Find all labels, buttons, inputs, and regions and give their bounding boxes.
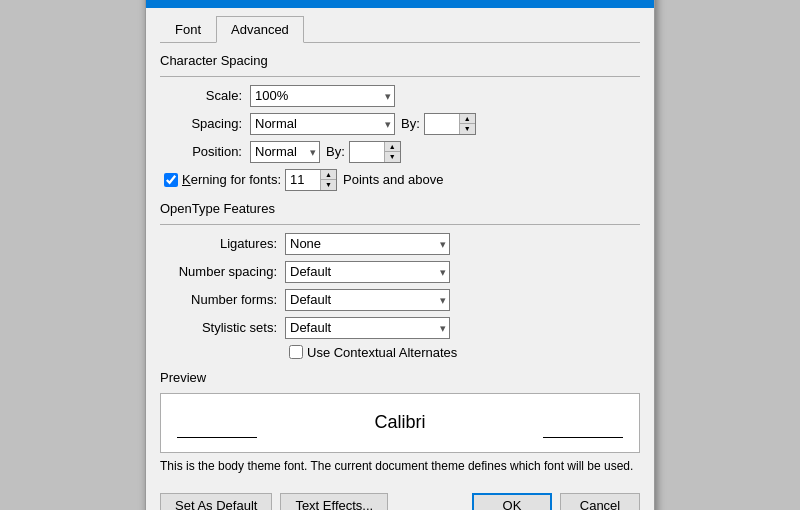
ligatures-label: Ligatures: xyxy=(160,236,285,251)
position-by-input[interactable] xyxy=(350,142,384,162)
position-by-up[interactable]: ▲ xyxy=(385,142,400,152)
number-forms-label: Number forms: xyxy=(160,292,285,307)
character-spacing-section: Character Spacing Scale: 100% 80% 90% 11… xyxy=(160,53,640,191)
footer-left: Set As Default Text Effects... xyxy=(160,493,388,511)
spacing-by-input[interactable] xyxy=(425,114,459,134)
position-by-label: By: xyxy=(326,144,345,159)
opentype-section: OpenType Features Ligatures: None Standa… xyxy=(160,201,640,360)
stylistic-sets-select[interactable]: Default 1 2 3 xyxy=(285,317,450,339)
position-label: Position: xyxy=(160,144,250,159)
position-select[interactable]: Normal Raised Lowered xyxy=(250,141,320,163)
spacing-row: Spacing: Normal Expanded Condensed By: ▲… xyxy=(160,113,640,135)
spacing-label: Spacing: xyxy=(160,116,250,131)
set-as-default-button[interactable]: Set As Default xyxy=(160,493,272,511)
preview-header: Preview xyxy=(160,370,640,385)
ligatures-row: Ligatures: None Standard Only Standard a… xyxy=(160,233,640,255)
preview-box: Calibri xyxy=(160,393,640,453)
use-contextual-text: Use Contextual Alternates xyxy=(307,345,457,360)
points-label: Points and above xyxy=(343,172,443,187)
preview-underline-right xyxy=(543,437,623,438)
number-spacing-select-wrapper: Default Proportional Tabular xyxy=(285,261,450,283)
stylistic-sets-label: Stylistic sets: xyxy=(160,320,285,335)
scale-row: Scale: 100% 80% 90% 110% 120% 150% 200% xyxy=(160,85,640,107)
character-spacing-header: Character Spacing xyxy=(160,53,640,68)
scale-select[interactable]: 100% 80% 90% 110% 120% 150% 200% xyxy=(250,85,395,107)
stylistic-sets-select-wrapper: Default 1 2 3 xyxy=(285,317,450,339)
character-spacing-divider xyxy=(160,76,640,77)
use-contextual-label: Use Contextual Alternates xyxy=(289,345,457,360)
footer-right: OK Cancel xyxy=(472,493,640,511)
number-forms-select[interactable]: Default Lining Old-style xyxy=(285,289,450,311)
number-forms-row: Number forms: Default Lining Old-style xyxy=(160,289,640,311)
tab-bar: Font Advanced xyxy=(160,16,640,43)
tab-font[interactable]: Font xyxy=(160,16,216,43)
stylistic-sets-row: Stylistic sets: Default 1 2 3 xyxy=(160,317,640,339)
kerning-checkbox[interactable] xyxy=(164,173,178,187)
preview-underline-left xyxy=(177,437,257,438)
ligatures-select[interactable]: None Standard Only Standard and Contextu… xyxy=(285,233,450,255)
opentype-divider xyxy=(160,224,640,225)
ligatures-select-wrapper: None Standard Only Standard and Contextu… xyxy=(285,233,450,255)
title-bar: Font ? ✕ xyxy=(146,0,654,8)
text-effects-button[interactable]: Text Effects... xyxy=(280,493,388,511)
dialog-title: Font xyxy=(154,0,180,1)
spacing-select[interactable]: Normal Expanded Condensed xyxy=(250,113,395,135)
spacing-by-down[interactable]: ▼ xyxy=(460,123,475,134)
position-by-spinner-buttons: ▲ ▼ xyxy=(384,142,400,162)
number-forms-select-wrapper: Default Lining Old-style xyxy=(285,289,450,311)
scale-select-wrapper: 100% 80% 90% 110% 120% 150% 200% xyxy=(250,85,395,107)
cancel-button[interactable]: Cancel xyxy=(560,493,640,511)
spacing-by-label: By: xyxy=(401,116,420,131)
kerning-spinner: ▲ ▼ xyxy=(285,169,337,191)
close-button[interactable]: ✕ xyxy=(624,0,646,5)
spacing-by-spinner: ▲ ▼ xyxy=(424,113,476,135)
ok-button[interactable]: OK xyxy=(472,493,552,511)
use-contextual-checkbox[interactable] xyxy=(289,345,303,359)
tab-advanced[interactable]: Advanced xyxy=(216,16,304,43)
kerning-up[interactable]: ▲ xyxy=(321,170,336,180)
kerning-label: Kerning for fonts: xyxy=(182,172,281,187)
position-by-spinner: ▲ ▼ xyxy=(349,141,401,163)
number-spacing-label: Number spacing: xyxy=(160,264,285,279)
font-dialog: Font ? ✕ Font Advanced Character Spacing… xyxy=(145,0,655,510)
kerning-down[interactable]: ▼ xyxy=(321,179,336,190)
title-bar-controls: ? ✕ xyxy=(598,0,646,5)
spacing-by-up[interactable]: ▲ xyxy=(460,114,475,124)
kerning-input[interactable] xyxy=(286,170,320,190)
preview-font-name: Calibri xyxy=(374,412,425,433)
spacing-select-wrapper: Normal Expanded Condensed xyxy=(250,113,395,135)
spacing-by-spinner-buttons: ▲ ▼ xyxy=(459,114,475,134)
dialog-footer: Set As Default Text Effects... OK Cancel xyxy=(146,483,654,511)
position-select-wrapper: Normal Raised Lowered xyxy=(250,141,320,163)
dialog-content: Font Advanced Character Spacing Scale: 1… xyxy=(146,8,654,483)
use-contextual-row: Use Contextual Alternates xyxy=(289,345,640,360)
preview-section: Preview Calibri This is the body theme f… xyxy=(160,370,640,473)
opentype-header: OpenType Features xyxy=(160,201,640,216)
number-spacing-row: Number spacing: Default Proportional Tab… xyxy=(160,261,640,283)
kerning-row: Kerning for fonts: ▲ ▼ Points and above xyxy=(164,169,640,191)
position-row: Position: Normal Raised Lowered By: ▲ ▼ xyxy=(160,141,640,163)
help-button[interactable]: ? xyxy=(598,0,620,5)
kerning-spinner-buttons: ▲ ▼ xyxy=(320,170,336,190)
kerning-checkbox-label: Kerning for fonts: xyxy=(164,172,281,187)
preview-description: This is the body theme font. The current… xyxy=(160,459,640,473)
scale-label: Scale: xyxy=(160,88,250,103)
number-spacing-select[interactable]: Default Proportional Tabular xyxy=(285,261,450,283)
position-by-down[interactable]: ▼ xyxy=(385,151,400,162)
